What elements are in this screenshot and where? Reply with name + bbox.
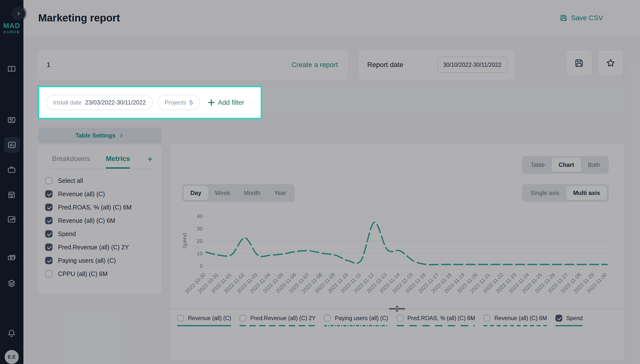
metric-checkbox[interactable] [45, 244, 53, 251]
period-toggle-option-week[interactable]: Week [208, 186, 237, 200]
metric-row-select-all[interactable]: Select all [45, 174, 155, 187]
metric-checkbox[interactable] [45, 270, 53, 278]
calculator-icon[interactable] [7, 116, 16, 124]
page-header: Marketing report Save CSV [24, 0, 640, 36]
trend-chart-icon[interactable] [7, 215, 16, 224]
report-date-card: Report date 30/10/2022-30/11/2022 [359, 50, 514, 80]
save-csv-button[interactable]: Save CSV [560, 0, 603, 36]
legend-item-pred-revenue-all-c-2y[interactable]: Pred.Revenue (all) (C) 2Y [239, 315, 316, 326]
legend-item-paying-users-all-c[interactable]: Paying users (all) (C) [324, 315, 388, 326]
legend-line-style [177, 325, 231, 326]
legend-item-pred-roas-all-c-6m[interactable]: Pred.ROAS, % (all) (C) 6M [397, 315, 475, 326]
svg-text:20: 20 [197, 238, 203, 244]
report-date-range-picker[interactable]: 30/10/2022-30/11/2022 [437, 57, 507, 73]
add-metric-button[interactable]: + [147, 155, 153, 168]
period-toggle: DayWeekMonthYear [182, 184, 295, 202]
view-toggle-option-table[interactable]: Table [524, 158, 552, 172]
svg-text:30: 30 [197, 226, 203, 232]
projects-filter-count: 5 [189, 99, 193, 106]
resize-handle[interactable] [389, 305, 405, 312]
storefront-icon[interactable] [7, 190, 16, 199]
legend-item-spend[interactable]: Spend [555, 315, 583, 326]
metric-row-pred-revenue-all-c-2y[interactable]: Pred.Revenue (all) (C) 2Y [45, 240, 155, 254]
report-selector-card[interactable]: 1 Create a report [38, 50, 348, 80]
tab-breakdowns[interactable]: Breakdowns [52, 155, 90, 168]
metric-row-revenue-all-c[interactable]: Revenue (all) (C) [45, 187, 155, 200]
sidebar-collapse-button[interactable] [12, 7, 25, 20]
legend-item-revenue-all-c-6m[interactable]: Revenue (all) (C) 6M [483, 315, 547, 326]
metric-checkbox[interactable] [45, 190, 53, 198]
metric-checkbox[interactable] [45, 204, 53, 211]
axis-toggle-option-single-axis[interactable]: Single axis [524, 186, 566, 200]
legend-label: Paying users (all) (C) [335, 315, 388, 322]
logo-text-curve: CURVE [0, 30, 24, 34]
metric-checkbox[interactable] [45, 257, 53, 264]
add-filter-button[interactable]: Add filter [208, 99, 244, 106]
drag-bar [389, 308, 405, 310]
period-toggle-option-year[interactable]: Year [267, 186, 293, 200]
axis-toggle-option-multi-axis[interactable]: Multi axis [566, 186, 607, 200]
chart-legend: Revenue (all) (C) Pred.Revenue (all) (C)… [177, 315, 617, 326]
metric-label: Revenue (all) (C) 6M [58, 217, 115, 224]
page-title: Marketing report [38, 0, 120, 36]
chevron-right-icon [16, 10, 22, 16]
install-date-filter[interactable]: Install date 23/03/2022-30/11/2022 [46, 95, 153, 110]
legend-line-style [397, 325, 475, 326]
save-csv-label: Save CSV [571, 14, 603, 22]
view-toggle-option-chart[interactable]: Chart [552, 158, 581, 172]
metric-row-spend[interactable]: Spend [45, 227, 155, 240]
legend-checkbox[interactable] [483, 315, 490, 322]
madcurve-logo: MAD CURVE [0, 22, 24, 34]
bar-chart-icon [8, 140, 16, 149]
table-settings-button[interactable]: Table Settings [38, 128, 162, 144]
metric-checkbox[interactable] [45, 177, 53, 184]
metric-row-paying-users-all-c[interactable]: Paying users (all) (C) [45, 254, 155, 267]
metric-checkbox[interactable] [45, 217, 53, 224]
legend-line-style [239, 325, 316, 326]
legend-checkbox[interactable] [324, 315, 331, 322]
svg-text:40: 40 [197, 213, 203, 219]
tab-metrics[interactable]: Metrics [106, 155, 130, 168]
legend-checkbox[interactable] [397, 315, 404, 322]
metrics-panel: BreakdownsMetrics+ Select all Revenue (a… [38, 146, 162, 293]
metric-label: Pred.ROAS, % (all) (C) 6M [58, 204, 132, 211]
save-report-button[interactable] [566, 50, 592, 76]
favorite-star-button[interactable] [597, 50, 624, 76]
legend-label: Revenue (all) (C) 6M [494, 315, 547, 322]
install-date-filter-value: 23/03/2022-30/11/2022 [85, 99, 146, 106]
metric-row-revenue-all-c-6m[interactable]: Revenue (all) (C) 6M [45, 214, 155, 227]
user-avatar[interactable]: E.E [5, 350, 19, 364]
chart-card: TableChartBoth DayWeekMonthYear Single a… [170, 144, 624, 360]
layers-icon[interactable] [7, 279, 16, 288]
sidebar-item-reports-active[interactable] [4, 137, 20, 153]
period-toggle-option-month[interactable]: Month [237, 186, 267, 200]
legend-checkbox[interactable] [177, 315, 184, 322]
metric-row-pred-roas-all-c-6m[interactable]: Pred.ROAS, % (all) (C) 6M [45, 200, 155, 214]
legend-item-revenue-all-c[interactable]: Revenue (all) (C) [177, 315, 231, 326]
legend-label: Pred.ROAS, % (all) (C) 6M [407, 315, 475, 322]
arrow-down-icon [395, 310, 399, 312]
legend-checkbox[interactable] [239, 315, 246, 322]
book-icon[interactable] [7, 64, 16, 74]
legend-checkbox[interactable] [555, 315, 562, 322]
star-icon [605, 58, 616, 68]
metric-row-cppu-all-c-6m[interactable]: CPPU (all) (C) 6M [45, 267, 155, 280]
legend-line-style [483, 325, 547, 326]
projects-filter[interactable]: Projects 5 [158, 95, 200, 110]
report-date-label: Report date [367, 61, 403, 69]
metric-label: Revenue (all) (C) [58, 190, 105, 198]
floppy-disk-icon [560, 14, 567, 22]
bell-icon[interactable] [7, 329, 16, 338]
metric-label: Paying users (all) (C) [58, 257, 116, 264]
metric-label: Pred.Revenue (all) (C) 2Y [58, 244, 129, 251]
svg-text:0: 0 [200, 263, 203, 269]
arrow-up-icon [395, 305, 399, 307]
briefcase-icon[interactable] [7, 165, 16, 174]
metric-checkbox[interactable] [45, 230, 53, 238]
legend-line-style [324, 325, 388, 326]
view-toggle-option-both[interactable]: Both [581, 158, 607, 172]
table-settings-label: Table Settings [76, 132, 115, 139]
period-toggle-option-day[interactable]: Day [183, 186, 208, 200]
create-report-button[interactable]: Create a report [291, 61, 338, 69]
cash-icon[interactable] [7, 253, 16, 262]
